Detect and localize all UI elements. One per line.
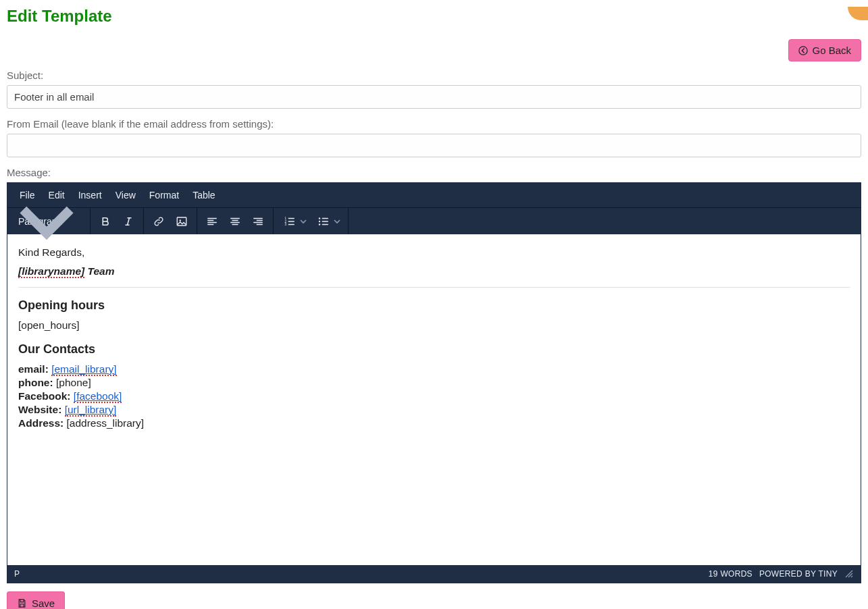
menu-format[interactable]: Format bbox=[143, 184, 186, 206]
bullet-list-button[interactable] bbox=[311, 211, 344, 232]
image-button[interactable] bbox=[171, 211, 193, 232]
our-contacts-heading: Our Contacts bbox=[18, 342, 850, 356]
align-left-button[interactable] bbox=[201, 211, 223, 232]
contact-website-label: Website: bbox=[18, 404, 61, 415]
editor-content-area[interactable]: Kind Regards, [libraryname] Team Opening… bbox=[7, 234, 861, 565]
italic-button[interactable] bbox=[118, 211, 139, 232]
word-count: 19 WORDS bbox=[709, 569, 752, 579]
svg-point-7 bbox=[319, 220, 320, 221]
contact-facebook-label: Facebook: bbox=[18, 390, 71, 402]
contact-phone-value: [phone] bbox=[56, 377, 91, 388]
numbered-list-button[interactable]: 123 bbox=[278, 211, 310, 232]
svg-point-2 bbox=[180, 219, 181, 221]
contact-website-value[interactable]: [url_library] bbox=[65, 404, 117, 417]
image-icon bbox=[176, 215, 188, 228]
save-button[interactable]: Save bbox=[7, 591, 65, 609]
editor-toolbar: Paragraph bbox=[7, 207, 861, 234]
contacts-block: email: [email_library] phone: [phone] Fa… bbox=[18, 363, 850, 429]
svg-point-0 bbox=[799, 46, 807, 54]
team-suffix: Team bbox=[84, 265, 114, 277]
go-back-button[interactable]: Go Back bbox=[788, 39, 861, 61]
save-icon bbox=[17, 598, 27, 608]
greeting-line: Kind Regards, bbox=[18, 246, 850, 259]
contact-phone-label: phone: bbox=[18, 377, 53, 388]
menu-table[interactable]: Table bbox=[186, 184, 222, 206]
save-label: Save bbox=[32, 598, 55, 609]
contact-address-value: [address_library] bbox=[67, 417, 145, 429]
block-format-select[interactable]: Paragraph bbox=[11, 208, 86, 234]
svg-point-6 bbox=[319, 217, 320, 219]
powered-by[interactable]: POWERED BY TINY bbox=[759, 569, 838, 579]
link-button[interactable] bbox=[148, 211, 170, 232]
open-hours-token: [open_hours] bbox=[18, 319, 850, 332]
chevron-down-icon bbox=[299, 217, 307, 226]
ordered-list-icon: 123 bbox=[284, 215, 296, 228]
arrow-left-circle-icon bbox=[798, 46, 808, 55]
align-center-button[interactable] bbox=[224, 211, 246, 232]
message-label: Message: bbox=[7, 167, 861, 178]
richtext-editor: File Edit Insert View Format Table Parag… bbox=[7, 182, 861, 583]
chevron-down-icon bbox=[333, 217, 341, 226]
opening-hours-heading: Opening hours bbox=[18, 298, 850, 313]
menu-view[interactable]: View bbox=[109, 184, 143, 206]
status-path[interactable]: P bbox=[14, 569, 20, 579]
contact-email-value[interactable]: [email_library] bbox=[51, 363, 116, 376]
contact-address-label: Address: bbox=[18, 417, 63, 429]
bold-icon bbox=[99, 215, 111, 228]
svg-point-8 bbox=[319, 223, 320, 225]
svg-text:3: 3 bbox=[285, 223, 287, 226]
italic-icon bbox=[122, 215, 134, 228]
bold-button[interactable] bbox=[95, 211, 116, 232]
from-email-label: From Email (leave blank if the email add… bbox=[7, 118, 861, 130]
align-left-icon bbox=[206, 215, 218, 228]
from-email-input[interactable] bbox=[7, 134, 861, 157]
resize-handle-icon[interactable] bbox=[844, 569, 854, 579]
unordered-list-icon bbox=[317, 215, 330, 228]
align-center-icon bbox=[229, 215, 241, 228]
library-team-line: [libraryname] Team bbox=[18, 265, 850, 277]
divider bbox=[18, 287, 850, 288]
align-right-button[interactable] bbox=[247, 211, 269, 232]
editor-menubar: File Edit Insert View Format Table bbox=[7, 183, 861, 207]
chevron-down-icon bbox=[11, 186, 82, 257]
align-right-icon bbox=[252, 215, 264, 228]
contact-facebook-value[interactable]: [facebook] bbox=[74, 390, 122, 403]
libraryname-token: [libraryname] bbox=[18, 265, 84, 278]
editor-statusbar: P 19 WORDS POWERED BY TINY bbox=[7, 565, 861, 583]
go-back-label: Go Back bbox=[812, 45, 851, 56]
svg-rect-1 bbox=[177, 217, 186, 226]
subject-label: Subject: bbox=[7, 70, 861, 81]
subject-input[interactable] bbox=[7, 85, 861, 109]
link-icon bbox=[153, 215, 165, 228]
page-title: Edit Template bbox=[7, 7, 861, 26]
contact-email-label: email: bbox=[18, 363, 49, 375]
